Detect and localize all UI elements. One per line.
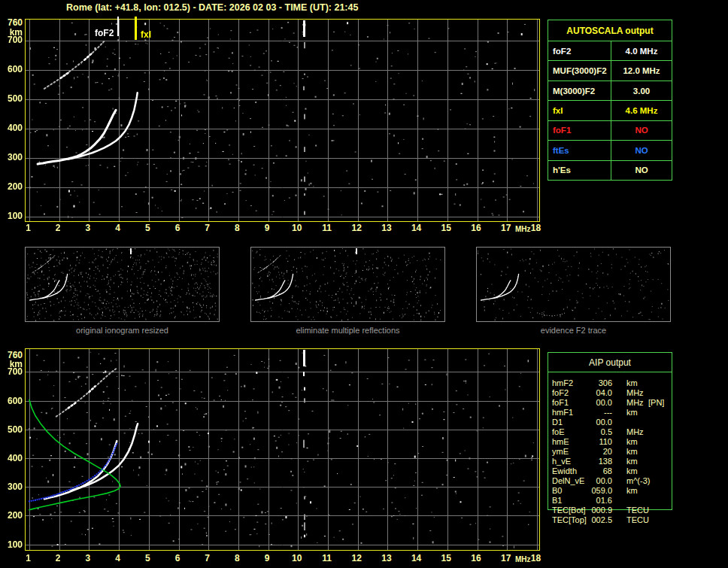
aip-value: 00.0 [587,418,612,427]
x-tick-label: 16 [466,223,486,233]
y-tick-label: 300 [2,481,23,492]
aip-table-row: ymE20km [548,447,672,457]
autoscala-row-label: ftEs [548,140,611,159]
aip-table-rows: hmF2306kmfoF204.0MHzfoF100.0MHz[PN]hmF1-… [548,378,672,525]
aip-label: hmF1 [552,408,573,417]
x-tick-label: 6 [168,553,187,563]
profile-ionogram-canvas [25,348,540,551]
autoscala-row-label: MUF(3000)F2 [548,60,611,80]
autoscala-row-label: M(3000)F2 [548,80,611,100]
x-tick-label: 16 [466,553,486,563]
autoscala-row-value: NO [611,120,672,140]
thumbnail-caption: evidence F2 trace [476,326,671,335]
aip-value: 059.0 [587,486,612,495]
x-tick-label: 3 [78,553,98,563]
aip-label: B0 [552,486,562,495]
aip-label: hmE [552,437,569,446]
aip-table-row: hmF2306km [548,378,672,388]
y-tick-label: 760 [2,17,23,28]
x-tick-label: 17 [496,223,516,233]
y-tick-label: 300 [2,152,23,163]
y-tick-label: 600 [2,396,23,406]
aip-table-row: h_vE138km [548,457,672,466]
page-title: Rome (lat: +41.8, lon: 012.5) - DATE: 20… [66,2,358,13]
aip-value: 01.6 [587,496,612,505]
x-tick-label: 14 [407,553,426,563]
aip-table-row: hmE110km [548,437,672,447]
aip-table-row: foF100.0MHz[PN] [548,398,672,408]
aip-unit: m^(-3) [626,476,650,485]
aip-label: foF2 [552,388,569,397]
aip-table-row: foF204.0MHz [548,388,672,398]
autoscala-row-value: NO [611,140,672,159]
x-tick-label: 13 [377,553,396,563]
aip-label: D1 [552,418,563,427]
aip-unit: TECU [626,515,649,524]
x-tick-label: 1 [19,553,38,563]
y-axis-unit-km: km [2,359,23,369]
aip-label: foE [552,427,565,436]
x-tick-label: 12 [347,223,366,233]
x-tick-label: 11 [317,553,337,563]
fxi-marker-line [135,17,137,40]
aip-output-table: AIP output hmF2306kmfoF204.0MHzfoF100.0M… [548,352,672,510]
autoscala-row-value: NO [611,160,672,180]
x-tick-label: 12 [347,553,366,563]
x-tick-label: 5 [138,223,157,233]
x-tick-label: 10 [287,223,307,233]
x-tick-label: 14 [407,223,426,233]
aip-label: h_vE [552,457,571,466]
x-tick-label: 5 [138,553,157,563]
y-tick-label: 100 [2,211,23,221]
aip-unit: km [626,486,638,495]
aip-label: DelN_vE [552,476,584,485]
aip-unit: km [626,437,638,446]
thumbnail-original-ionogram [25,247,220,322]
aip-label: hmF2 [552,378,573,387]
x-tick-label: 17 [496,553,516,563]
thumbnail-caption: eliminate multiple reflections [250,326,445,335]
y-tick-label: 200 [2,181,23,192]
autoscala-output-table: AUTOSCALA output foF24.0 MHzMUF(3000)F21… [548,20,672,181]
y-tick-label: 400 [2,123,23,133]
autoscala-row-label: foF1 [548,120,611,140]
y-tick-label: 100 [2,539,23,550]
x-tick-label: 13 [377,223,396,233]
autoscala-row-value: 3.00 [611,80,672,100]
aip-unit: km [626,408,638,417]
aip-table-row: DelN_vE00.0m^(-3) [548,476,672,486]
x-axis-unit-mhz: MHz [515,225,531,233]
autoscala-row-label: fxI [548,100,611,120]
x-tick-label: 3 [78,223,98,233]
aip-value: 04.0 [587,388,612,397]
aip-value: 20 [587,447,612,456]
x-tick-label: 11 [317,223,337,233]
thumbnail-caption: original ionogram resized [25,326,220,335]
x-tick-label: 7 [198,223,217,233]
aip-value: 306 [587,378,612,387]
aip-table-row: TEC[Top]002.5TECU [548,515,672,525]
x-tick-label: 15 [436,553,456,563]
y-tick-label: 600 [2,64,23,74]
aip-table-row: TEC[Bot]000.9TECU [548,506,672,515]
fof2-marker-line [117,17,119,36]
y-tick-label: 400 [2,453,23,463]
aip-table-row: D100.0 [548,418,672,427]
x-tick-label: 15 [436,223,456,233]
x-tick-label: 7 [198,553,217,563]
main-ionogram-canvas [25,19,540,222]
x-tick-label: 1 [19,223,38,233]
aip-table-row: B101.6 [548,496,672,506]
x-tick-label: 2 [48,553,68,563]
x-tick-label: 9 [257,223,277,233]
aip-value: 68 [587,466,612,475]
autoscala-row-value: 12.0 MHz [611,60,672,80]
x-tick-label: 4 [108,553,128,563]
x-tick-label: 6 [168,223,187,233]
aip-value: 138 [587,457,612,466]
y-tick-label: 500 [2,93,23,104]
aip-unit: TECU [626,506,649,515]
aip-unit: km [626,378,638,387]
x-tick-label: 9 [257,553,277,563]
aip-label: TEC[Top] [552,515,587,524]
